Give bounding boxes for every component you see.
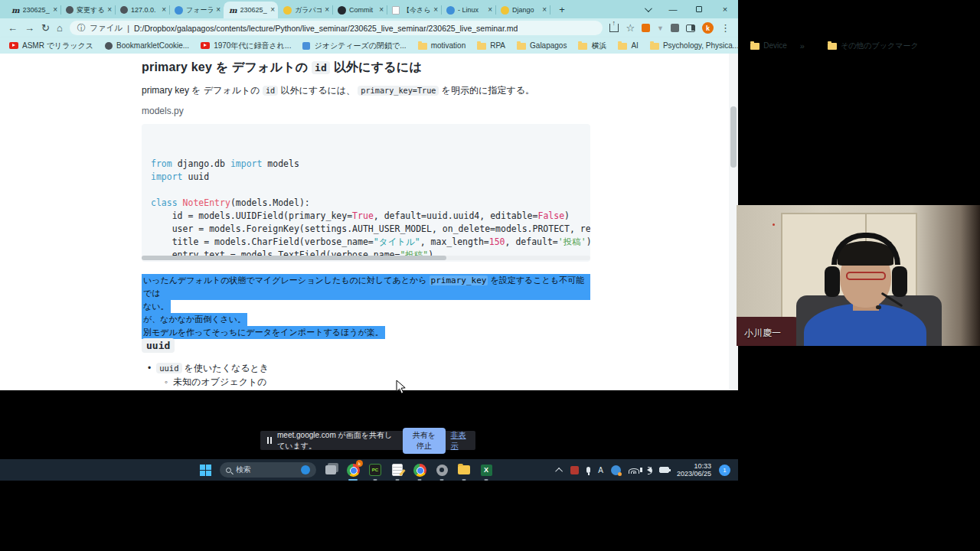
ime-indicator[interactable]: A [598, 466, 603, 474]
bullet-marker: ◦ [165, 377, 168, 387]
taskview-taskbar-button[interactable] [323, 462, 338, 478]
settings-taskbar-button[interactable] [434, 462, 449, 478]
notepad-taskbar-button[interactable] [390, 462, 405, 478]
browser-tab[interactable]: 127.0.0.× [115, 2, 169, 18]
text-token: uuid [156, 363, 181, 373]
notification-badge[interactable]: 1 [719, 465, 730, 476]
browser-tab[interactable]: m230625_× [224, 2, 278, 18]
text-token: (models.Model): [230, 197, 310, 208]
bookmark-item[interactable]: motivation [418, 41, 466, 50]
pycharm-taskbar-button[interactable]: PC [368, 462, 383, 478]
excel-taskbar-button[interactable]: X [479, 462, 494, 478]
home-button[interactable]: ⌂ [57, 23, 63, 33]
side-panel-icon[interactable] [686, 24, 695, 32]
weather-icon[interactable] [611, 465, 621, 475]
browser-tab[interactable]: Commit× [332, 2, 387, 18]
close-button[interactable]: × [712, 0, 738, 18]
info-icon[interactable]: ⓘ [77, 23, 86, 34]
browser-tab[interactable]: 変更する× [60, 2, 115, 18]
text-token: を明示的に指定する。 [439, 85, 534, 96]
text-token: user = models.ForeignKey(settings.AUTH_U… [151, 223, 590, 234]
text-token: django.db [172, 158, 230, 169]
bookmark-label: ASMR でリラックス [22, 41, 93, 51]
text-token: NoteEntry [183, 197, 230, 208]
minimize-button[interactable]: — [660, 0, 686, 18]
scrollbar-thumb[interactable] [730, 106, 737, 168]
tab-close-icon[interactable]: × [53, 6, 57, 14]
bookmark-item[interactable]: RPA [477, 41, 505, 50]
new-tab-button[interactable]: + [554, 2, 570, 17]
browser-tab[interactable]: 【今さら聞× [387, 2, 441, 18]
share-icon[interactable] [609, 24, 619, 32]
bookmark-item[interactable]: Device [750, 41, 787, 50]
profile-badge: k [356, 460, 363, 467]
tab-close-icon[interactable]: × [433, 6, 438, 14]
bookmark-item[interactable]: Psychology, Physica... [650, 41, 739, 50]
tab-close-icon[interactable]: × [488, 6, 492, 14]
browser-tab[interactable]: - Linux× [441, 2, 495, 18]
other-bookmarks-button[interactable]: その他のブックマーク [828, 41, 919, 51]
code-horizontal-scrollbar[interactable] [142, 256, 590, 260]
battery-icon[interactable] [659, 467, 669, 473]
folder-icon [578, 43, 587, 50]
search-input[interactable]: 検索 [220, 462, 316, 478]
extensions-puzzle-icon[interactable] [671, 24, 679, 32]
tab-close-icon[interactable]: × [107, 6, 112, 14]
security-icon[interactable] [570, 466, 579, 474]
chrome2-icon [413, 464, 426, 477]
extension-disabled-icon[interactable]: ▼ [657, 24, 664, 32]
forward-button[interactable]: → [24, 23, 34, 33]
explorer-taskbar-button[interactable] [456, 462, 472, 478]
tab-close-icon[interactable]: × [270, 6, 275, 14]
bookmark-item[interactable]: 横浜 [578, 41, 606, 51]
browser-tab[interactable]: ガラパゴ× [278, 2, 332, 18]
back-button[interactable]: ← [8, 23, 18, 33]
tab-title: 230625_ [240, 6, 268, 14]
bookmark-item[interactable]: Galapagos [517, 41, 567, 50]
wifi-icon[interactable] [629, 466, 639, 474]
browser-tab[interactable]: フォーラム× [169, 2, 224, 18]
tab-title: フォーラム [186, 5, 213, 15]
start-button[interactable] [198, 462, 213, 478]
profile-avatar[interactable]: k [702, 22, 714, 34]
bookmark-item[interactable]: BookmarkletCookie... [105, 41, 189, 50]
tab-strip: m230625_×変更する×127.0.0.×フォーラム×m230625_×ガラ… [0, 0, 738, 18]
tab-search-button[interactable] [634, 0, 660, 18]
scrollbar-thumb[interactable] [142, 256, 446, 260]
hide-banner-link[interactable]: 非表示 [451, 430, 469, 452]
extension-icon[interactable] [642, 24, 650, 32]
bookmark-star-icon[interactable]: ☆ [626, 23, 635, 33]
bookmark-label: AI [631, 41, 638, 50]
taskbar-clock[interactable]: 10:33 2023/06/25 [677, 462, 711, 478]
text-token: from [151, 158, 172, 169]
running-indicator [440, 479, 444, 481]
code-line: class NoteEntry(models.Model): [151, 197, 581, 210]
toolbar-actions: ☆ ▼ k ⋮ [609, 22, 730, 34]
browser-tab[interactable]: Django× [495, 2, 550, 18]
windows-taskbar: 検索 kPCX A 10:33 2023/06/25 1 [0, 459, 738, 481]
bookmark-items: ASMR でリラックスBookmarkletCookie...1970年代に録音… [9, 41, 787, 51]
stop-sharing-button[interactable]: 共有を停止 [403, 428, 445, 454]
tab-close-icon[interactable]: × [162, 6, 166, 14]
tray-overflow-icon[interactable] [555, 467, 563, 474]
microphone-icon[interactable] [586, 467, 590, 473]
address-bar[interactable]: ⓘ ファイル | D:/Dropbox/galapagos/contents/l… [70, 21, 603, 35]
chrome2-taskbar-button[interactable] [412, 462, 427, 478]
bookmark-item[interactable]: 1970年代に録音され... [201, 41, 291, 51]
tab-close-icon[interactable]: × [325, 6, 329, 14]
tab-close-icon[interactable]: × [216, 6, 220, 14]
tab-close-icon[interactable]: × [542, 6, 547, 14]
chrome-taskbar-button[interactable]: k [345, 462, 361, 478]
text-token: 別モデルを作ってそっちにデータをインポートするほうが楽。 [143, 328, 384, 337]
bookmark-item[interactable]: AI [618, 41, 638, 50]
bookmarks-overflow-button[interactable]: » [800, 41, 805, 51]
webcam-video: 小川慶一 [737, 205, 980, 346]
browser-tab[interactable]: m230625_× [6, 2, 60, 18]
bookmark-item[interactable]: ジオシティーズの閉鎖で... [302, 41, 406, 51]
menu-dots-icon[interactable]: ⋮ [720, 23, 730, 33]
maximize-button[interactable] [686, 0, 712, 18]
bookmark-item[interactable]: ASMR でリラックス [9, 41, 93, 51]
volume-icon[interactable] [647, 467, 652, 473]
reload-button[interactable]: ↻ [41, 23, 50, 33]
tab-close-icon[interactable]: × [379, 6, 384, 14]
